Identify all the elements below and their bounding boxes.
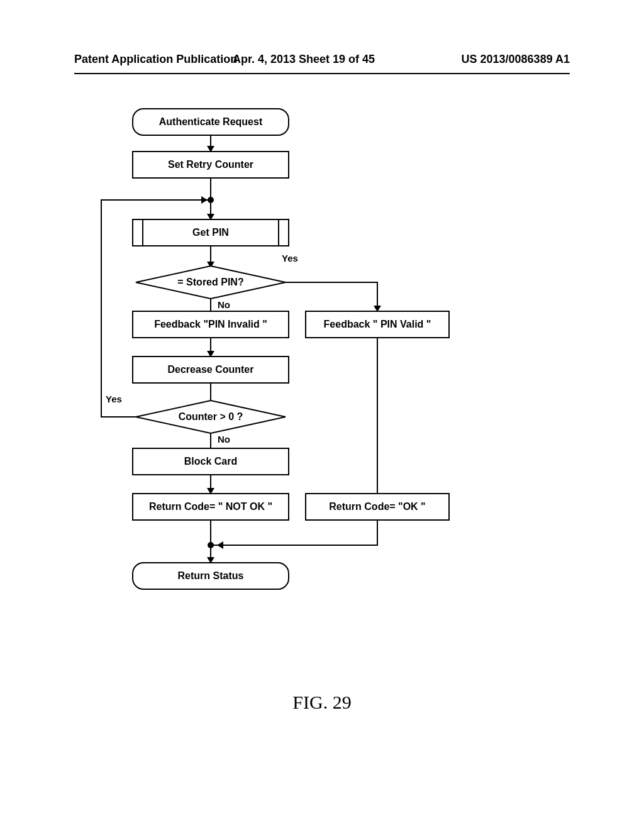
connector	[101, 199, 102, 418]
node-label: Set Retry Counter	[168, 159, 253, 170]
flowchart: Authenticate Request Set Retry Counter G…	[0, 101, 644, 667]
node-label: Feedback "PIN Invalid "	[154, 319, 267, 330]
node-label: Counter > 0 ?	[179, 411, 243, 423]
node-authenticate-request: Authenticate Request	[132, 108, 289, 136]
connector	[377, 338, 378, 493]
connector	[286, 282, 377, 283]
node-block-card: Block Card	[132, 448, 289, 475]
figure-label: FIG. 29	[0, 692, 644, 713]
arrow-left-icon	[217, 541, 223, 549]
node-get-pin: Get PIN	[132, 219, 289, 246]
connector	[210, 433, 211, 448]
connector	[210, 384, 211, 400]
branch-label-no: No	[218, 434, 230, 445]
node-label: Return Code= " NOT OK "	[149, 501, 272, 512]
connector	[101, 416, 136, 418]
node-stored-pin-decision: = Stored PIN?	[135, 265, 286, 299]
node-return-ok: Return Code= "OK "	[305, 493, 450, 521]
branch-label-yes: Yes	[106, 394, 122, 404]
node-label: Get PIN	[192, 227, 229, 238]
node-return-notok: Return Code= " NOT OK "	[132, 493, 289, 521]
node-decrease-counter: Decrease Counter	[132, 356, 289, 384]
node-label: Block Card	[184, 456, 237, 467]
node-counter-decision: Counter > 0 ?	[135, 400, 286, 434]
header-date-sheet: Apr. 4, 2013 Sheet 19 of 45	[233, 53, 375, 66]
header-pubnumber: US 2013/0086389 A1	[462, 53, 570, 66]
header-publication: Patent Application Publication	[74, 53, 237, 66]
node-return-status: Return Status	[132, 562, 289, 590]
arrow-right-icon	[201, 196, 208, 204]
node-label: Return Code= "OK "	[329, 501, 425, 512]
node-label: Feedback " PIN Valid "	[324, 319, 431, 330]
node-label: Authenticate Request	[159, 116, 262, 128]
node-label: Decrease Counter	[168, 364, 254, 375]
connector	[101, 199, 160, 201]
header-divider	[74, 73, 570, 74]
connector	[211, 545, 378, 546]
connector	[377, 521, 378, 546]
connector	[210, 298, 211, 312]
node-set-retry-counter: Set Retry Counter	[132, 151, 289, 179]
branch-label-yes: Yes	[282, 253, 298, 263]
branch-label-no: No	[218, 299, 230, 310]
node-label: = Stored PIN?	[177, 277, 243, 288]
node-feedback-valid: Feedback " PIN Valid "	[305, 311, 450, 338]
node-feedback-invalid: Feedback "PIN Invalid "	[132, 311, 289, 338]
node-label: Return Status	[178, 570, 244, 582]
